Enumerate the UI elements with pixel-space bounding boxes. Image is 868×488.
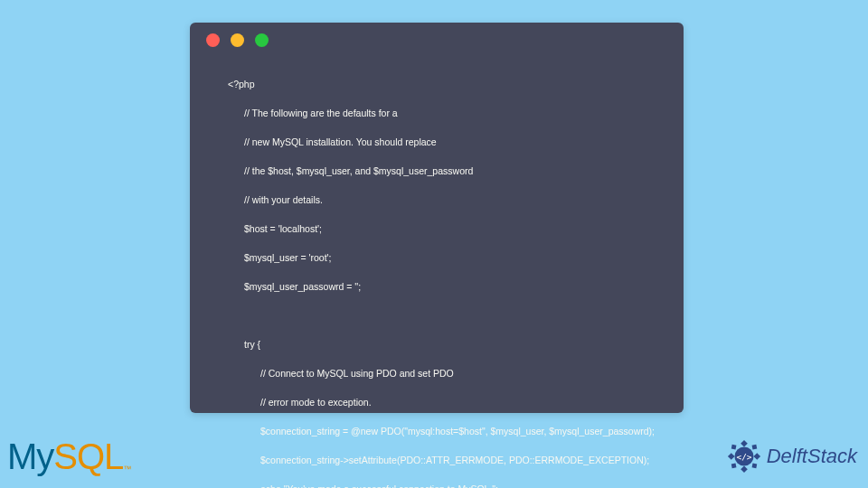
svg-marker-2 xyxy=(728,453,735,460)
svg-marker-5 xyxy=(751,445,757,450)
mysql-logo-sql: SQL xyxy=(53,436,123,476)
svg-marker-4 xyxy=(731,445,736,450)
svg-marker-0 xyxy=(741,440,748,447)
code-line: try { xyxy=(212,337,662,352)
code-line: $mysql_user = 'root'; xyxy=(212,250,662,265)
code-line: // The following are the defaults for a xyxy=(212,106,662,120)
close-icon[interactable] xyxy=(206,33,220,47)
mysql-logo-tm: ™ xyxy=(123,465,130,474)
svg-text:</>: </> xyxy=(736,452,751,462)
code-block: <?php // The following are the defaults … xyxy=(190,57,684,488)
svg-marker-6 xyxy=(731,464,736,469)
code-line: // the $host, $mysql_user, and $mysql_us… xyxy=(212,164,662,178)
minimize-icon[interactable] xyxy=(231,33,244,47)
delftstack-badge-icon: </> xyxy=(727,439,761,474)
mysql-logo: MySQL™ xyxy=(7,436,130,477)
svg-marker-3 xyxy=(753,453,760,460)
code-line: $connection_string->setAttribute(PDO::AT… xyxy=(212,453,662,467)
code-line: $connection_string = @new PDO("mysql:hos… xyxy=(212,424,662,438)
window-titlebar xyxy=(190,23,684,57)
code-line: $host = 'localhost'; xyxy=(212,221,662,236)
delftstack-logo: </> DelftStack xyxy=(727,439,857,474)
code-line: $mysql_user_passowrd = ''; xyxy=(212,279,662,294)
code-line: // new MySQL installation. You should re… xyxy=(212,135,662,149)
svg-marker-7 xyxy=(751,464,757,469)
maximize-icon[interactable] xyxy=(255,33,269,47)
delftstack-logo-text: DelftStack xyxy=(767,445,857,468)
code-line: // error mode to exception. xyxy=(212,395,662,409)
code-line: // Connect to MySQL using PDO and set PD… xyxy=(212,366,662,380)
code-line: <?php xyxy=(212,77,662,91)
code-line: // with your details. xyxy=(212,192,662,207)
code-editor-window: <?php // The following are the defaults … xyxy=(190,23,684,413)
code-line: echo "You've made a successful connectio… xyxy=(212,482,662,488)
svg-marker-1 xyxy=(741,465,748,473)
mysql-logo-my: My xyxy=(7,436,53,476)
